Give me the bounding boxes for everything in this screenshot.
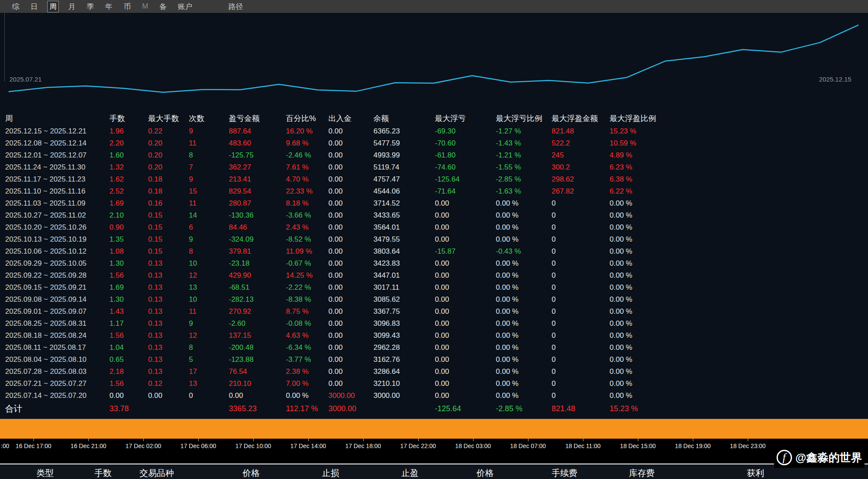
- table-row[interactable]: 2025.12.01 ~ 2025.12.071.600.208-125.75-…: [0, 149, 868, 161]
- cell: 0.00 %: [496, 367, 552, 376]
- cell: 0.00: [435, 355, 496, 364]
- cell: 1.30: [109, 295, 148, 304]
- cell: 8: [189, 343, 229, 352]
- stats-table: 周手数最大手数次数盈亏金额百分比%出入金余额最大浮亏最大浮亏比例最大浮盈金额最大…: [0, 112, 868, 415]
- cell: -282.13: [229, 295, 286, 304]
- cell: 0.12: [148, 379, 189, 388]
- cell: 2025.07.28 ~ 2025.08.03: [5, 367, 109, 376]
- cell: 0.00: [435, 259, 496, 268]
- cell: 0.00 %: [610, 367, 868, 376]
- table-row[interactable]: 2025.09.22 ~ 2025.09.281.560.1312429.901…: [0, 270, 868, 282]
- cell: 0.00: [328, 211, 373, 220]
- cell: -69.30: [435, 127, 496, 136]
- table-row[interactable]: 2025.08.25 ~ 2025.08.311.170.139-2.60-0.…: [0, 318, 868, 330]
- table-row[interactable]: 2025.08.18 ~ 2025.08.241.560.1312137.154…: [0, 330, 868, 342]
- menu-tab-季[interactable]: 季: [85, 1, 96, 12]
- timeline-tick: [143, 439, 144, 441]
- cell: 9: [189, 127, 229, 136]
- menu-tab-M[interactable]: M: [140, 2, 150, 11]
- cell: 0.13: [148, 271, 189, 280]
- cell: -8.38 %: [286, 295, 328, 304]
- cell: 2025.10.27 ~ 2025.11.02: [5, 211, 109, 220]
- cell: 298.62: [552, 175, 610, 184]
- cell: 0.00 %: [610, 223, 868, 232]
- chart-start-date: 2025.07.21: [9, 76, 42, 83]
- menu-tab-日[interactable]: 日: [29, 1, 39, 12]
- trade-column-header-7[interactable]: 价格: [476, 467, 494, 479]
- table-row[interactable]: 2025.11.17 ~ 2025.11.231.620.189213.414.…: [0, 173, 868, 185]
- table-row[interactable]: 2025.08.11 ~ 2025.08.171.040.138-200.48-…: [0, 342, 868, 354]
- cell: 0.90: [109, 223, 148, 232]
- cell: 0.00 %: [610, 295, 868, 304]
- cell: 最大浮盈金额: [552, 113, 610, 124]
- trade-column-header-9[interactable]: 库存费: [629, 467, 655, 479]
- timeline-tick: [748, 439, 748, 441]
- menu-tab-账户[interactable]: 账户: [176, 1, 194, 12]
- table-row[interactable]: 2025.09.01 ~ 2025.09.071.430.1311270.928…: [0, 306, 868, 318]
- cell: 4.89 %: [610, 151, 868, 160]
- table-row[interactable]: 2025.11.24 ~ 2025.11.301.320.207362.277.…: [0, 161, 868, 173]
- table-row[interactable]: 2025.12.08 ~ 2025.12.142.200.2011483.609…: [0, 137, 868, 149]
- table-row[interactable]: 2025.09.15 ~ 2025.09.211.690.1313-68.51-…: [0, 282, 868, 294]
- cell: 2025.08.25 ~ 2025.08.31: [5, 319, 109, 328]
- cell: -0.67 %: [286, 259, 328, 268]
- trade-column-header-10[interactable]: 获利: [747, 467, 764, 479]
- table-row[interactable]: 2025.10.13 ~ 2025.10.191.350.159-324.09-…: [0, 233, 868, 246]
- cell: 2.10: [109, 211, 148, 220]
- table-row[interactable]: 2025.12.15 ~ 2025.12.211.960.229887.6416…: [0, 125, 868, 137]
- timeline[interactable]: :0016 Dec 17:0016 Dec 21:0017 Dec 02:001…: [0, 439, 868, 464]
- table-row[interactable]: 2025.09.08 ~ 2025.09.141.300.1310-282.13…: [0, 294, 868, 306]
- cell: 0.00 %: [610, 235, 868, 244]
- table-row[interactable]: 2025.10.27 ~ 2025.11.022.100.1514-130.36…: [0, 209, 868, 221]
- cell: 2.43 %: [286, 223, 328, 232]
- menu-tab-综[interactable]: 综: [10, 1, 21, 12]
- menu-tab-币[interactable]: 币: [122, 1, 133, 12]
- cell: -1.21 %: [496, 151, 552, 160]
- cell: 次数: [189, 113, 229, 124]
- timeline-label: 17 Dec 10:00: [235, 443, 271, 449]
- trade-column-header-2[interactable]: 手数: [94, 467, 112, 479]
- cell: 210.10: [229, 379, 286, 388]
- table-row[interactable]: 2025.07.14 ~ 2025.07.200.000.0000.000.00…: [0, 390, 868, 402]
- cell: 3564.01: [373, 223, 435, 232]
- cell: 0.20: [148, 151, 189, 160]
- table-row[interactable]: 2025.07.21 ~ 2025.07.271.560.1213210.107…: [0, 378, 868, 390]
- cell: 2.18: [109, 367, 148, 376]
- cell: 15.23 %: [610, 404, 868, 413]
- menu-path-label[interactable]: 路径: [228, 2, 243, 12]
- cell: 最大手数: [148, 113, 189, 124]
- cell: 0.13: [148, 259, 189, 268]
- cell: -8.52 %: [286, 235, 328, 244]
- cell: 1.56: [109, 379, 148, 388]
- cell: 0.13: [148, 295, 189, 304]
- menu-tab-备[interactable]: 备: [158, 1, 168, 12]
- cell: 0.00: [328, 331, 373, 340]
- cell: 2025.11.03 ~ 2025.11.09: [5, 199, 109, 208]
- table-row[interactable]: 2025.08.04 ~ 2025.08.100.650.135-123.88-…: [0, 354, 868, 366]
- table-row[interactable]: 2025.07.28 ~ 2025.08.032.180.131776.542.…: [0, 366, 868, 378]
- cell: 0.15: [148, 235, 189, 244]
- cell: 3085.62: [373, 295, 435, 304]
- menu-tab-年[interactable]: 年: [103, 1, 114, 12]
- table-row[interactable]: 2025.11.10 ~ 2025.11.162.520.1815829.542…: [0, 185, 868, 197]
- trade-column-header-6[interactable]: 止盈: [401, 467, 419, 479]
- trade-column-header-3[interactable]: 交易品种: [140, 467, 174, 479]
- trade-column-header-8[interactable]: 手续费: [552, 467, 577, 479]
- menu-tab-月[interactable]: 月: [67, 1, 77, 12]
- trade-column-header-1[interactable]: 类型: [36, 467, 54, 479]
- cell: 2025.07.21 ~ 2025.07.27: [5, 379, 109, 388]
- cell: 2962.28: [373, 343, 435, 352]
- table-row[interactable]: 2025.10.20 ~ 2025.10.260.900.15684.462.4…: [0, 221, 868, 233]
- cell: 0: [552, 283, 610, 292]
- table-row[interactable]: 2025.10.06 ~ 2025.10.121.080.158379.8111…: [0, 246, 868, 258]
- cell: 12: [189, 331, 229, 340]
- timeline-tick: [88, 439, 89, 441]
- table-row[interactable]: 2025.09.29 ~ 2025.10.051.300.1310-23.18-…: [0, 258, 868, 270]
- chart-y-axis: [4, 13, 5, 82]
- cell: 2025.10.06 ~ 2025.10.12: [5, 247, 109, 256]
- timeline-label: 18 Dec 03:00: [455, 443, 491, 449]
- trade-column-header-4[interactable]: 价格: [243, 467, 260, 479]
- table-row[interactable]: 2025.11.03 ~ 2025.11.091.690.1611280.878…: [0, 197, 868, 209]
- menu-tab-周[interactable]: 周: [47, 1, 59, 12]
- trade-column-header-5[interactable]: 止损: [322, 467, 339, 479]
